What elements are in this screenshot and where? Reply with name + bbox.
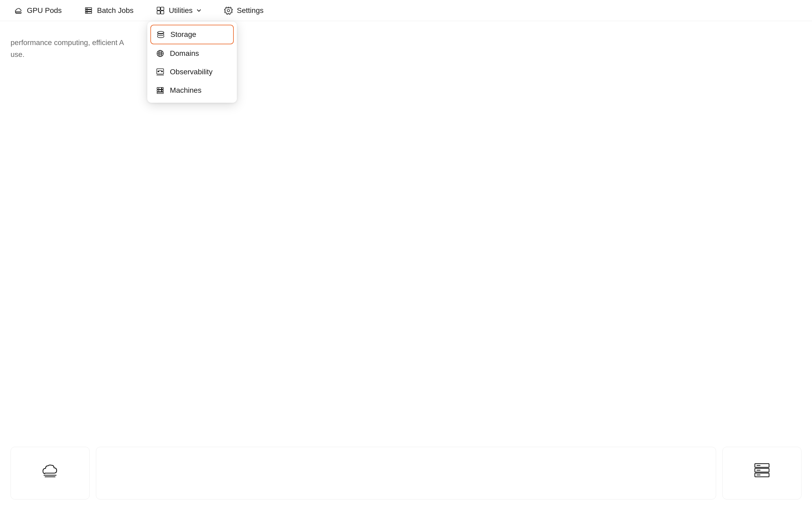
page-wrapper: GPU Pods Batch Jobs	[0, 0, 812, 510]
main-content: performance computing, efficient A use.	[0, 21, 812, 77]
svg-point-27	[161, 88, 162, 89]
dropdown-item-domains[interactable]: Domains	[150, 44, 234, 63]
batch-jobs-label: Batch Jobs	[97, 6, 134, 15]
body-text: performance computing, efficient A use.	[10, 37, 169, 61]
batch-card-icon	[751, 460, 773, 481]
utilities-icon	[156, 6, 165, 15]
observability-icon	[156, 67, 165, 77]
gpu-pods-icon	[14, 6, 23, 15]
utilities-dropdown: Storage Domains	[147, 22, 237, 103]
storage-label: Storage	[171, 30, 196, 39]
storage-icon	[156, 30, 165, 39]
nav-item-settings[interactable]: Settings	[221, 4, 267, 18]
svg-rect-11	[161, 11, 164, 14]
domains-icon	[156, 49, 165, 58]
body-text-line1: performance computing, efficient A	[10, 38, 124, 47]
svg-rect-9	[161, 7, 164, 10]
cloud-storage-card-icon	[39, 460, 61, 481]
machines-label: Machines	[170, 86, 202, 95]
card-gpu-pods[interactable]	[10, 447, 90, 500]
svg-rect-8	[157, 7, 160, 10]
svg-point-28	[161, 90, 162, 91]
svg-point-29	[227, 9, 230, 11]
utilities-label: Utilities	[169, 6, 193, 15]
utilities-wrapper: Utilities	[152, 4, 205, 18]
card-batch[interactable]	[722, 447, 802, 500]
nav-item-gpu-pods[interactable]: GPU Pods	[10, 4, 65, 18]
settings-icon	[224, 6, 233, 15]
nav-bar: GPU Pods Batch Jobs	[0, 0, 812, 21]
nav-item-utilities[interactable]: Utilities	[152, 4, 205, 18]
dropdown-item-storage[interactable]: Storage	[150, 25, 234, 44]
svg-rect-24	[157, 92, 163, 93]
machines-icon	[156, 86, 165, 95]
nav-item-batch-jobs[interactable]: Batch Jobs	[81, 4, 137, 18]
dropdown-item-observability[interactable]: Observability	[150, 63, 234, 81]
domains-label: Domains	[170, 49, 199, 58]
svg-rect-10	[157, 11, 160, 14]
dropdown-item-machines[interactable]: Machines	[150, 81, 234, 99]
body-text-line2: use.	[10, 50, 25, 58]
chevron-down-icon	[196, 8, 202, 13]
observability-label: Observability	[170, 68, 213, 76]
card-center[interactable]	[96, 447, 716, 500]
svg-point-12	[157, 31, 164, 33]
gpu-pods-label: GPU Pods	[27, 6, 62, 15]
cards-row	[0, 436, 812, 510]
settings-label: Settings	[237, 6, 263, 15]
batch-jobs-icon	[84, 6, 93, 15]
